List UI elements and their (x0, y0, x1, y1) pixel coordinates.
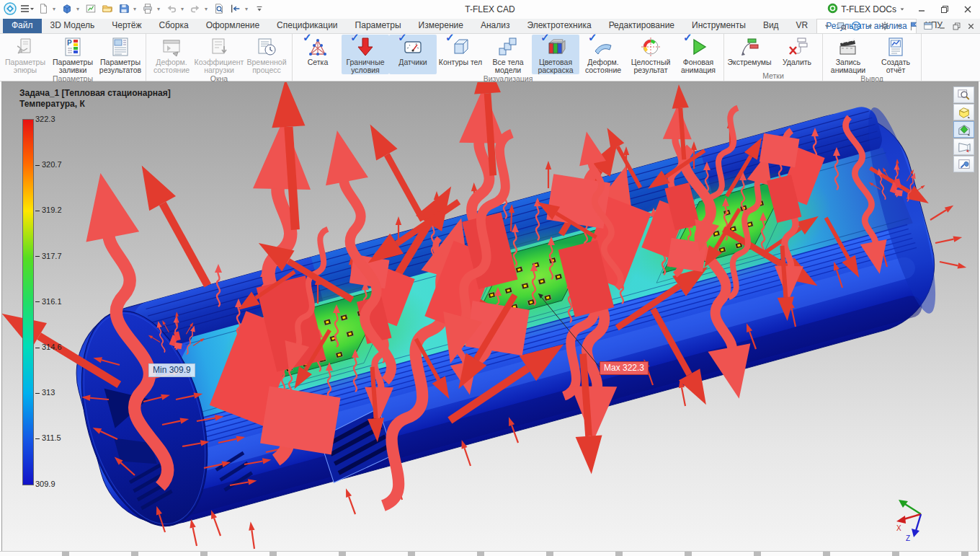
fill-parameters-icon: P (62, 36, 84, 58)
flag-icon[interactable] (907, 20, 919, 32)
redo-icon-caret[interactable]: ▾ (205, 1, 210, 16)
new-document-icon[interactable] (36, 1, 50, 16)
all-bodies-button[interactable]: Все тела модели (484, 35, 532, 74)
links-icon[interactable] (228, 1, 243, 16)
open-document-icon[interactable] (100, 1, 115, 16)
minimize-doc-icon[interactable] (936, 20, 948, 32)
minimize-button[interactable] (911, 1, 932, 17)
undo-icon[interactable] (164, 1, 179, 16)
t-flex-cad-window: ▾▾▾▾▾▾▾ T-FLEX CAD T-FLEX DOCs Файл3D Мо… (0, 0, 980, 556)
caret-down-icon-3[interactable] (864, 20, 876, 32)
thermal-model-scene[interactable]: X Z (2, 82, 979, 552)
new-drawing-icon[interactable] (84, 1, 98, 16)
tab-drawing[interactable]: Чертёж (103, 19, 150, 33)
ribbon-button-label: Параметры результатов (97, 58, 144, 74)
result-parameters-button[interactable]: Параметры результатов (97, 35, 144, 74)
tab-design[interactable]: Оформление (197, 19, 268, 33)
zoom-window-icon[interactable] (953, 87, 974, 103)
3d-viewport[interactable]: X Z Задача_1 [Тепловая стационарная] Тем… (1, 81, 979, 553)
view-orientation-icon[interactable] (953, 104, 974, 120)
fill-parameters-button[interactable]: PПараметры заливки (49, 35, 97, 74)
render-mode-icon[interactable] (953, 121, 974, 138)
new-3d-model-icon-caret[interactable]: ▾ (76, 1, 81, 16)
integral-result-button[interactable]: Целостный результат (627, 35, 674, 74)
tab-assembly[interactable]: Сборка (151, 19, 197, 33)
time-process-button[interactable]: Временной процесс (243, 35, 290, 74)
deformed-state-button[interactable]: ✓Деформ. состояние (579, 35, 627, 74)
print-icon[interactable] (141, 1, 155, 16)
all-bodies-icon (497, 36, 519, 58)
scale-tick: 320.7 (35, 160, 62, 169)
caret-down-icon-5[interactable] (893, 20, 905, 32)
create-report-button[interactable]: Создать отчёт (872, 35, 919, 74)
window-icon[interactable] (922, 20, 934, 32)
tab-3d-model[interactable]: 3D Модель (42, 19, 104, 33)
boundary-conditions-button[interactable]: ✓Граничные условия (342, 35, 389, 74)
close-doc-icon[interactable] (965, 20, 977, 32)
ribbon-button-label: Все тела модели (484, 58, 532, 74)
status-strip (0, 551, 980, 556)
deformed-state-icon: ✓ (592, 36, 614, 58)
save-icon-caret[interactable]: ▾ (133, 1, 138, 16)
load-factor-button[interactable]: Коэффициент нагрузки (195, 35, 243, 74)
tab-measure[interactable]: Измерение (410, 19, 472, 33)
result-caption: Задача_1 [Тепловая стационарная] Темпера… (19, 88, 171, 110)
tab-analysis[interactable]: Анализ (472, 19, 519, 33)
color-scale (22, 119, 34, 485)
ribbon-group-visualization: ✓Сетка✓Граничные условия✓Датчики✓Контуры… (293, 34, 724, 81)
max-annotation: Max 322.3 (600, 361, 649, 375)
ribbon: Параметры эпюрыPПараметры заливкиПарамет… (0, 34, 980, 81)
t-flex-docs-button[interactable]: T-FLEX DOCs (823, 1, 909, 17)
delete-labels-icon (786, 36, 808, 58)
caret-down-icon-0[interactable] (821, 20, 833, 32)
record-animation-button[interactable]: Запись анимации (824, 35, 872, 74)
scale-tick: 314.6 (35, 343, 62, 351)
new-3d-model-icon[interactable] (60, 1, 74, 16)
toolbar-overflow-icon[interactable] (252, 1, 267, 16)
viewer-options-icon[interactable] (953, 156, 974, 172)
ribbon-button-label: Сетка (308, 58, 329, 66)
print-icon-caret[interactable]: ▾ (157, 1, 162, 16)
ribbon-button-label: Коэффициент нагрузки (195, 58, 244, 74)
restore-doc-icon[interactable] (950, 20, 963, 32)
select-window-icon[interactable] (835, 20, 847, 32)
camera-perspective-icon[interactable] (953, 138, 974, 155)
sensors-button[interactable]: ✓Датчики (389, 35, 437, 74)
links-icon-caret[interactable]: ▾ (245, 1, 250, 16)
mesh-icon: ✓ (307, 36, 329, 58)
plot-parameters-button[interactable]: Параметры эпюры (1, 35, 49, 74)
undo-icon-caret[interactable]: ▾ (181, 1, 186, 16)
ribbon-group-output: Запись анимацииСоздать отчётВывод (823, 34, 922, 81)
preview-icon[interactable] (212, 1, 226, 16)
restore-button[interactable] (934, 1, 956, 17)
new-document-icon-caret[interactable]: ▾ (53, 1, 58, 16)
color-shading-icon: ✓ (545, 36, 566, 58)
ribbon-button-label: Деформ. состояние (579, 58, 627, 74)
mesh-button[interactable]: ✓Сетка (294, 35, 342, 74)
redo-icon[interactable] (188, 1, 202, 16)
close-button[interactable] (957, 1, 979, 17)
app-logo (3, 1, 17, 16)
ribbon-button-label: Фоновая анимация (674, 58, 722, 74)
body-contours-icon: ✓ (450, 36, 471, 58)
tabbar-tools: ? (821, 19, 977, 32)
extremes-button[interactable]: Экстремумы (726, 35, 773, 71)
deformed-state-window-button[interactable]: Деформ. состояние (148, 35, 195, 74)
tab-editing[interactable]: Редактирование (600, 19, 683, 33)
ribbon-button-label: Датчики (398, 58, 427, 66)
help-icon[interactable]: ? (850, 20, 862, 32)
color-shading-button[interactable]: ✓Цветовая раскраска (532, 35, 579, 74)
main-menu-icon[interactable] (19, 1, 34, 16)
ribbon-button-label: Целостный результат (627, 58, 674, 74)
tab-vr[interactable]: VR (788, 19, 817, 33)
min-annotation: Min 309.9 (148, 363, 195, 377)
tab-view[interactable]: Вид (754, 19, 788, 33)
background-animation-button[interactable]: ✓Фоновая анимация (674, 35, 722, 74)
ribbon-button-label: Параметры заливки (49, 58, 97, 74)
settings-gear-icon[interactable] (878, 20, 891, 32)
tab-file[interactable]: Файл (3, 19, 42, 33)
tab-tools[interactable]: Инструменты (683, 19, 754, 33)
body-contours-button[interactable]: ✓Контуры тел (437, 35, 484, 74)
save-icon[interactable] (117, 1, 131, 16)
delete-labels-button[interactable]: Удалить (773, 35, 821, 71)
